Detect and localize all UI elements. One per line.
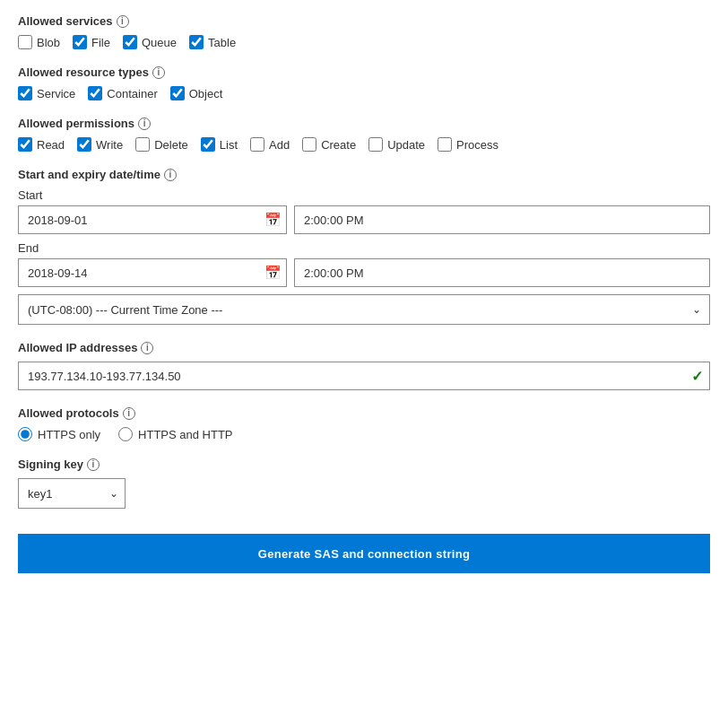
service-checkbox[interactable] xyxy=(18,86,32,100)
allowed-resource-types-title: Allowed resource types i xyxy=(18,65,710,79)
service-checkbox-item: Service xyxy=(18,86,75,100)
end-date-input[interactable] xyxy=(18,258,287,287)
signing-key-section: Signing key i key1 key2 ⌄ xyxy=(18,458,710,509)
list-label[interactable]: List xyxy=(220,138,238,152)
process-checkbox[interactable] xyxy=(438,137,452,152)
signing-key-wrapper: key1 key2 ⌄ xyxy=(18,478,126,509)
file-checkbox[interactable] xyxy=(73,35,87,49)
file-checkbox-item: File xyxy=(73,35,110,49)
blob-label[interactable]: Blob xyxy=(37,36,60,49)
start-time-input[interactable] xyxy=(294,205,710,234)
object-checkbox[interactable] xyxy=(170,86,185,100)
allowed-protocols-label: Allowed protocols xyxy=(18,406,119,420)
service-label[interactable]: Service xyxy=(37,87,75,100)
timezone-select[interactable]: (UTC-08:00) --- Current Time Zone --- (U… xyxy=(18,294,710,325)
start-calendar-icon[interactable]: 📅 xyxy=(264,211,282,229)
object-label[interactable]: Object xyxy=(189,87,223,100)
container-label[interactable]: Container xyxy=(107,87,157,100)
allowed-services-row: Blob File Queue Table xyxy=(18,35,710,49)
allowed-permissions-row: Read Write Delete List Add Create Update xyxy=(18,137,710,152)
update-checkbox[interactable] xyxy=(368,137,383,152)
container-checkbox-item: Container xyxy=(88,86,157,100)
create-checkbox[interactable] xyxy=(302,137,316,152)
update-checkbox-item: Update xyxy=(368,137,425,152)
end-time-input[interactable] xyxy=(294,258,710,287)
timezone-wrapper: (UTC-08:00) --- Current Time Zone --- (U… xyxy=(18,294,710,325)
https-http-radio[interactable] xyxy=(118,427,133,441)
queue-checkbox-item: Queue xyxy=(123,35,177,49)
list-checkbox-item: List xyxy=(201,137,238,152)
start-expiry-section: Start and expiry date/time i Start 📅 End… xyxy=(18,168,710,325)
read-checkbox[interactable] xyxy=(18,137,32,152)
allowed-permissions-title: Allowed permissions i xyxy=(18,117,710,130)
create-label[interactable]: Create xyxy=(321,138,356,152)
start-datetime-row: 📅 xyxy=(18,205,710,234)
ip-input[interactable] xyxy=(18,362,710,390)
allowed-resource-types-info-icon[interactable]: i xyxy=(152,66,165,79)
table-label[interactable]: Table xyxy=(208,36,236,49)
allowed-permissions-section: Allowed permissions i Read Write Delete … xyxy=(18,117,710,152)
blob-checkbox-item: Blob xyxy=(18,35,60,49)
table-checkbox-item: Table xyxy=(189,35,236,49)
allowed-ip-section: Allowed IP addresses i ✓ xyxy=(18,341,710,390)
ip-valid-icon: ✓ xyxy=(691,368,703,385)
allowed-ip-info-icon[interactable]: i xyxy=(141,342,153,354)
list-checkbox[interactable] xyxy=(201,137,215,152)
end-datetime-row: 📅 xyxy=(18,258,710,287)
allowed-ip-title: Allowed IP addresses i xyxy=(18,341,710,354)
delete-checkbox-item: Delete xyxy=(135,137,188,152)
start-date-wrapper: 📅 xyxy=(18,205,287,234)
delete-checkbox[interactable] xyxy=(135,137,150,152)
queue-checkbox[interactable] xyxy=(123,35,137,49)
add-label[interactable]: Add xyxy=(269,138,290,152)
read-checkbox-item: Read xyxy=(18,137,65,152)
table-checkbox[interactable] xyxy=(189,35,204,49)
process-label[interactable]: Process xyxy=(456,138,498,152)
blob-checkbox[interactable] xyxy=(18,35,32,49)
allowed-protocols-info-icon[interactable]: i xyxy=(123,407,135,420)
signing-key-select[interactable]: key1 key2 xyxy=(18,478,126,509)
add-checkbox-item: Add xyxy=(250,137,290,152)
allowed-resource-types-label: Allowed resource types xyxy=(18,65,149,79)
delete-label[interactable]: Delete xyxy=(154,138,188,152)
https-only-radio[interactable] xyxy=(18,427,32,441)
file-label[interactable]: File xyxy=(91,36,110,49)
queue-label[interactable]: Queue xyxy=(142,36,177,49)
write-label[interactable]: Write xyxy=(96,138,123,152)
signing-key-info-icon[interactable]: i xyxy=(87,458,100,471)
end-date-wrapper: 📅 xyxy=(18,258,287,287)
start-expiry-label: Start and expiry date/time xyxy=(18,168,160,181)
allowed-protocols-section: Allowed protocols i HTTPS only HTTPS and… xyxy=(18,406,710,441)
signing-key-title: Signing key i xyxy=(18,458,710,471)
allowed-permissions-info-icon[interactable]: i xyxy=(138,118,151,130)
start-date-input[interactable] xyxy=(18,205,287,234)
ip-input-wrapper: ✓ xyxy=(18,362,710,390)
https-http-radio-item: HTTPS and HTTP xyxy=(118,427,232,441)
allowed-resource-types-row: Service Container Object xyxy=(18,86,710,100)
signing-key-label: Signing key xyxy=(18,458,83,471)
create-checkbox-item: Create xyxy=(302,137,356,152)
allowed-protocols-row: HTTPS only HTTPS and HTTP xyxy=(18,427,710,441)
allowed-services-info-icon[interactable]: i xyxy=(117,15,129,28)
update-label[interactable]: Update xyxy=(387,138,425,152)
write-checkbox[interactable] xyxy=(77,137,91,152)
process-checkbox-item: Process xyxy=(438,137,498,152)
add-checkbox[interactable] xyxy=(250,137,264,152)
end-field-label: End xyxy=(18,241,710,255)
generate-sas-button[interactable]: Generate SAS and connection string xyxy=(18,534,710,573)
start-expiry-info-icon[interactable]: i xyxy=(164,169,177,181)
allowed-resource-types-section: Allowed resource types i Service Contain… xyxy=(18,65,710,100)
end-calendar-icon[interactable]: 📅 xyxy=(264,264,282,282)
https-only-label[interactable]: HTTPS only xyxy=(38,428,100,441)
allowed-services-label: Allowed services xyxy=(18,14,113,28)
container-checkbox[interactable] xyxy=(88,86,102,100)
allowed-ip-label: Allowed IP addresses xyxy=(18,341,137,354)
allowed-services-section: Allowed services i Blob File Queue Table xyxy=(18,14,710,49)
https-http-label[interactable]: HTTPS and HTTP xyxy=(138,428,232,441)
write-checkbox-item: Write xyxy=(77,137,123,152)
object-checkbox-item: Object xyxy=(170,86,223,100)
start-field-label: Start xyxy=(18,188,710,202)
https-only-radio-item: HTTPS only xyxy=(18,427,100,441)
allowed-permissions-label: Allowed permissions xyxy=(18,117,134,130)
read-label[interactable]: Read xyxy=(37,138,65,152)
